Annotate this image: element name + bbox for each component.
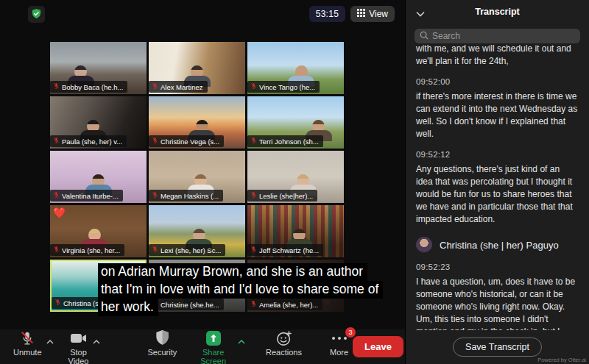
participant-name-tag: Alex Martinez — [149, 81, 208, 93]
audio-options-chevron[interactable] — [46, 334, 54, 347]
participant-name: Leslie (she|her)... — [259, 192, 313, 200]
transcript-paragraph: if there's more interest in there is tim… — [416, 90, 579, 140]
participant-tile[interactable]: Paula (she, her) v... — [50, 96, 147, 149]
caption-line: on Adrian Murray Brown, and she is an au… — [98, 263, 367, 281]
participant-name-tag: Lexi (she, her) Sc... — [149, 244, 225, 256]
transcript-paragraph: I have a question, um, does it have to b… — [416, 276, 579, 330]
video-area: 53:15 View Bobby Baca (he.h...Alex Marti… — [0, 0, 405, 364]
zoom-meeting-window: 53:15 View Bobby Baca (he.h...Alex Marti… — [0, 0, 589, 364]
collapse-panel-chevron-icon[interactable] — [416, 7, 425, 20]
security-button[interactable]: Security — [143, 327, 181, 358]
share-screen-button[interactable]: Share Screen — [196, 327, 230, 364]
more-notification-badge: 3 — [345, 327, 356, 338]
security-shield-button[interactable] — [28, 6, 45, 23]
stop-video-label: Stop Video — [68, 348, 89, 364]
transcript-body: with me, and we will schedule it out and… — [406, 45, 589, 330]
caption-line: her work. — [98, 299, 158, 316]
participant-name-tag: Paula (she, her) v... — [50, 135, 127, 147]
video-camera-icon — [70, 330, 88, 346]
participant-name: Lexi (she, her) Sc... — [161, 246, 221, 254]
transcript-title: Transcript — [475, 7, 519, 17]
muted-mic-icon — [152, 137, 158, 146]
participant-tile[interactable]: Christine Vega (s... — [149, 96, 245, 149]
search-icon — [420, 29, 428, 43]
muted-mic-icon — [53, 137, 60, 146]
muted-mic-icon — [53, 246, 60, 254]
muted-mic-icon — [152, 82, 158, 91]
save-transcript-button[interactable]: Save Transcript — [453, 338, 542, 357]
participant-name: Valentina Iturbe-... — [62, 192, 119, 200]
muted-mic-icon — [250, 191, 257, 200]
video-options-chevron[interactable] — [93, 334, 100, 347]
participant-name: Virginia (she, her... — [62, 246, 120, 254]
participant-tile[interactable]: Megan Haskins (... — [149, 151, 245, 203]
participant-name-tag: Jeff Schwartz (he... — [247, 244, 323, 256]
participant-name-tag: Terri Johnson (sh... — [247, 135, 323, 147]
muted-mic-icon — [53, 82, 60, 91]
participant-tile[interactable]: ❤️Virginia (she, her... — [50, 205, 147, 257]
participant-tile[interactable]: Leslie (she|her)... — [247, 151, 344, 203]
transcript-footer: Save Transcript Powered by Otter.ai — [406, 330, 589, 364]
participant-name-tag: Valentina Iturbe-... — [50, 190, 123, 201]
caption-overlay: on Adrian Murray Brown, and she is an au… — [98, 263, 401, 316]
participant-name: Megan Haskins (... — [161, 192, 219, 200]
participant-name: Christine Vega (s... — [161, 138, 219, 146]
search-input[interactable] — [432, 31, 575, 41]
participant-tile[interactable]: Jeff Schwartz (he... — [247, 205, 344, 257]
meeting-topbar: 53:15 View — [0, 0, 405, 29]
muted-mic-icon — [152, 246, 158, 254]
unmute-label: Unmute — [13, 348, 42, 357]
heart-reaction-icon: ❤️ — [53, 207, 66, 218]
avatar — [416, 237, 432, 253]
participant-name-tag: Christine Vega (s... — [149, 135, 224, 147]
leave-button[interactable]: Leave — [353, 336, 403, 357]
security-label: Security — [147, 348, 177, 357]
participant-tile[interactable]: Alex Martinez — [149, 42, 245, 94]
muted-mic-icon — [250, 137, 257, 146]
powered-by-otter-label: Powered by Otter.ai — [537, 357, 586, 363]
participant-tile[interactable]: Lexi (she, her) Sc... — [149, 205, 245, 257]
security-shield-icon — [155, 330, 169, 346]
more-label: More — [330, 348, 348, 357]
participant-name: Alex Martinez — [161, 83, 203, 91]
participant-tile[interactable]: Terri Johnson (sh... — [247, 96, 344, 149]
transcript-panel: Transcript with me, and we will schedule… — [405, 0, 589, 364]
stop-video-button[interactable]: Stop Video — [64, 327, 94, 364]
meeting-toolbar: Unmute Stop Video — [0, 329, 405, 364]
transcript-timestamp: 09:52:23 — [416, 263, 579, 271]
transcript-timestamp: 09:52:12 — [416, 150, 579, 159]
caption-line: that I'm in love with and I'd love to sh… — [98, 281, 383, 299]
share-screen-label: Share Screen — [200, 348, 226, 364]
participant-name: Terri Johnson (sh... — [259, 138, 319, 146]
gallery-grid-icon — [357, 9, 365, 19]
muted-mic-icon — [54, 299, 61, 307]
transcript-speaker-row: Christina (she | her) Paguyo — [416, 237, 579, 253]
participant-name: Jeff Schwartz (he... — [259, 246, 319, 254]
reactions-smiley-icon — [276, 330, 292, 346]
participant-tile[interactable]: Valentina Iturbe-... — [50, 151, 147, 203]
transcript-header: Transcript — [406, 0, 589, 24]
reactions-button[interactable]: Reactions — [261, 327, 306, 358]
transcript-paragraph: with me, and we will schedule it out and… — [416, 45, 579, 68]
shield-check-icon — [31, 8, 42, 21]
unmute-button[interactable]: Unmute — [9, 327, 46, 358]
share-screen-icon — [205, 330, 222, 346]
view-button[interactable]: View — [350, 6, 395, 22]
transcript-timestamp: 09:52:00 — [416, 77, 579, 86]
participant-name: Vince Tango (he... — [259, 83, 315, 91]
participant-name-tag: Virginia (she, her... — [50, 244, 124, 256]
participant-name-tag: Vince Tango (he... — [247, 81, 320, 93]
muted-mic-icon — [250, 82, 257, 91]
muted-mic-icon — [53, 191, 60, 200]
transcript-search[interactable] — [415, 29, 580, 43]
participant-name: Bobby Baca (he.h... — [62, 83, 123, 91]
participant-name-tag: Leslie (she|her)... — [247, 190, 317, 201]
participant-tile[interactable]: Bobby Baca (he.h... — [50, 42, 147, 94]
participant-tile[interactable]: Vince Tango (he... — [247, 42, 344, 94]
reactions-label: Reactions — [266, 348, 302, 357]
share-options-chevron[interactable] — [238, 334, 245, 347]
meeting-timer: 53:15 — [309, 6, 346, 22]
muted-mic-icon — [250, 246, 257, 254]
participant-name-tag: Megan Haskins (... — [149, 190, 223, 201]
speaker-name: Christina (she | her) Paguyo — [440, 240, 559, 251]
